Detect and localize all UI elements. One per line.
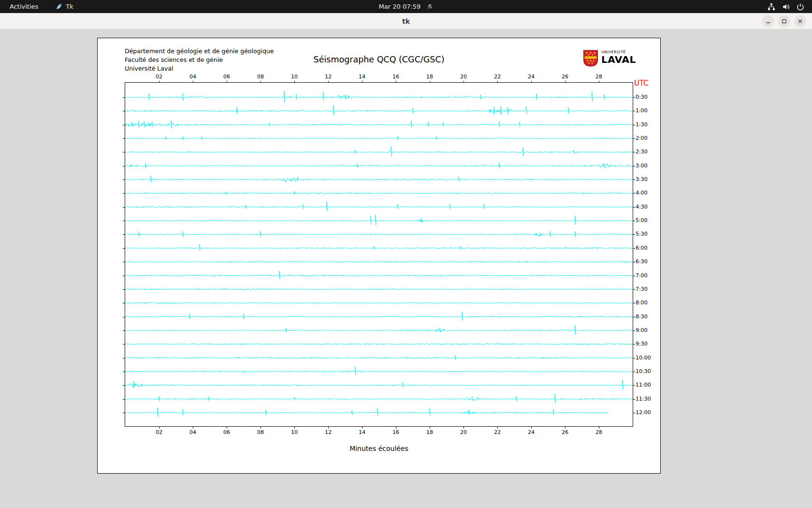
- y-tick-right: [633, 125, 635, 125]
- x-tick-bottom: [430, 427, 430, 429]
- x-tick-bottom: [599, 427, 599, 429]
- y-tick-right: [633, 221, 635, 221]
- y-tick-left: [123, 111, 125, 111]
- x-tick-top: [565, 81, 566, 83]
- x-tick-bottom: [294, 427, 295, 429]
- utc-time-label: 8:30: [636, 314, 648, 320]
- y-tick-left: [123, 97, 125, 98]
- y-tick-right: [633, 330, 635, 331]
- minimize-button[interactable]: [762, 15, 774, 27]
- y-tick-left: [123, 221, 125, 221]
- clock-menu[interactable]: Mar 20 07:59: [379, 3, 434, 10]
- window-content: Département de géologie et de génie géol…: [0, 30, 812, 508]
- x-tick-label-bottom: 12: [322, 429, 334, 435]
- x-tick-top: [261, 81, 261, 83]
- y-tick-right: [633, 248, 635, 249]
- utc-time-label: 3:30: [636, 177, 648, 182]
- tk-app-icon: [56, 3, 62, 10]
- x-tick-bottom: [328, 427, 329, 429]
- x-tick-label-top: 04: [187, 74, 199, 80]
- utc-time-label: 5:00: [636, 218, 648, 224]
- utc-time-label: 2:30: [636, 149, 648, 155]
- utc-time-label: 5:30: [636, 231, 648, 237]
- x-tick-top: [294, 81, 295, 83]
- app-indicator[interactable]: Tk: [56, 3, 73, 10]
- utc-time-label: 1:30: [636, 122, 648, 128]
- y-tick-right: [633, 303, 635, 303]
- y-tick-left: [123, 330, 125, 331]
- utc-time-label: 9:00: [636, 328, 648, 333]
- bell-muted-icon: [426, 3, 433, 10]
- y-tick-right: [633, 372, 635, 372]
- x-tick-label-bottom: 22: [491, 429, 504, 435]
- clock-label: Mar 20 07:59: [379, 3, 421, 10]
- x-tick-label-top: 22: [491, 74, 504, 80]
- utc-time-label: 7:00: [636, 273, 648, 279]
- y-tick-left: [123, 289, 125, 290]
- y-tick-right: [633, 358, 635, 359]
- plot-title: Séismographe QCQ (CGC/GSC): [98, 55, 660, 64]
- close-button[interactable]: [794, 15, 806, 27]
- x-tick-top: [193, 81, 193, 83]
- utc-time-label: 9:30: [636, 341, 648, 347]
- x-tick-label-top: 14: [356, 74, 368, 80]
- y-tick-right: [633, 97, 635, 98]
- x-tick-top: [328, 81, 329, 83]
- utc-time-label: 6:00: [636, 245, 648, 251]
- volume-icon: [782, 3, 790, 11]
- activities-button[interactable]: Activities: [8, 3, 40, 10]
- x-tick-top: [362, 81, 362, 83]
- y-tick-right: [633, 193, 635, 194]
- x-tick-bottom: [227, 427, 227, 429]
- laval-logo-text: UNIVERSITÉ LAVAL: [601, 50, 636, 65]
- y-tick-right: [633, 111, 635, 111]
- y-tick-left: [123, 248, 125, 249]
- gnome-top-bar: Activities Tk Mar 20 07:59: [0, 0, 812, 13]
- y-tick-left: [123, 372, 125, 372]
- utc-time-label: 6:30: [636, 259, 648, 265]
- seismograph-canvas: Département de géologie et de génie géol…: [97, 38, 661, 474]
- x-tick-top: [464, 81, 464, 83]
- header-line: Université Laval: [125, 64, 274, 73]
- x-tick-top: [159, 81, 160, 83]
- x-tick-top: [599, 81, 599, 83]
- y-tick-right: [633, 385, 635, 386]
- x-tick-label-bottom: 04: [187, 429, 199, 435]
- x-tick-label-top: 26: [559, 74, 571, 80]
- x-tick-bottom: [565, 427, 566, 429]
- utc-time-label: 2:00: [636, 135, 648, 141]
- y-tick-right: [633, 152, 635, 152]
- utc-time-label: 4:00: [636, 190, 648, 196]
- y-tick-left: [123, 358, 125, 359]
- utc-time-label: 10:30: [636, 369, 651, 374]
- x-tick-bottom: [464, 427, 464, 429]
- x-tick-top: [531, 81, 532, 83]
- y-tick-left: [123, 193, 125, 194]
- x-tick-bottom: [193, 427, 193, 429]
- y-tick-right: [633, 262, 635, 262]
- utc-time-label: 0:30: [636, 94, 648, 100]
- x-tick-bottom: [159, 427, 160, 429]
- y-tick-left: [123, 385, 125, 386]
- x-tick-bottom: [497, 427, 498, 429]
- y-tick-right: [633, 317, 635, 317]
- x-tick-label-bottom: 02: [153, 429, 165, 435]
- y-tick-left: [123, 303, 125, 303]
- utc-time-label: 3:00: [636, 163, 648, 169]
- y-tick-right: [633, 289, 635, 290]
- x-tick-label-bottom: 26: [559, 429, 571, 435]
- window-titlebar[interactable]: tk: [0, 13, 812, 30]
- y-tick-right: [633, 166, 635, 166]
- x-tick-label-bottom: 10: [288, 429, 301, 435]
- y-tick-right: [633, 207, 635, 208]
- trace-canvas: [125, 83, 633, 426]
- y-tick-left: [123, 344, 125, 344]
- laval-shield-icon: [583, 50, 598, 69]
- y-tick-left: [123, 317, 125, 317]
- x-tick-label-top: 02: [153, 74, 165, 80]
- utc-time-label: 11:00: [636, 382, 651, 388]
- maximize-button[interactable]: [778, 15, 790, 27]
- system-status-area[interactable]: [768, 3, 812, 11]
- utc-time-label: 11:30: [636, 396, 651, 402]
- utc-time-label: 8:00: [636, 300, 648, 306]
